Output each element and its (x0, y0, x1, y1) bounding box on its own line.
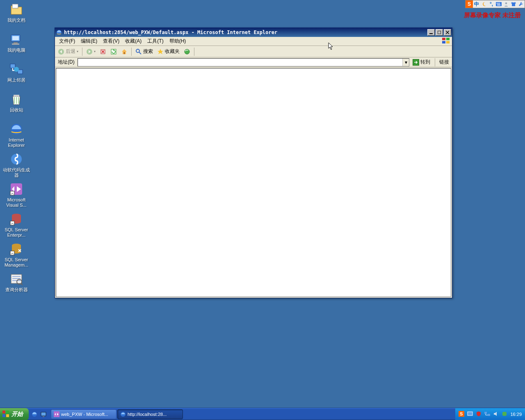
go-button[interactable]: 转到 (411, 58, 432, 66)
ime-zh-icon[interactable]: 中 (473, 0, 480, 8)
tray-sogou-icon[interactable]: S (459, 411, 465, 418)
shirt-icon[interactable] (510, 0, 517, 8)
home-button[interactable] (119, 47, 129, 56)
star-icon (157, 48, 164, 55)
close-button[interactable] (444, 29, 451, 36)
svg-text:S: S (460, 411, 463, 416)
menubar: 文件(F) 编辑(E) 查看(V) 收藏(A) 工具(T) 帮助(H) (55, 37, 452, 46)
task-ie[interactable]: http://localhost:28... (117, 409, 183, 419)
address-bar: 地址(D) ▾ 转到 链接 (55, 57, 452, 67)
favorites-label: 收藏夹 (165, 48, 180, 55)
desktop-icon-codegen[interactable]: 动软代码生成器 (1, 152, 32, 178)
chevron-down-icon: ▾ (77, 50, 78, 53)
forward-icon (86, 48, 93, 55)
ime-toolbar[interactable]: S 中 °, (465, 0, 525, 8)
desktop-icon-ie[interactable]: Internet Explorer (1, 122, 32, 148)
svg-rect-28 (442, 38, 445, 40)
desktop-icon-label: 网上邻居 (7, 78, 25, 83)
task-vs[interactable]: web_PXW - Microsoft... (51, 409, 116, 419)
desktop-icon-label: Microsoft Visual S... (2, 197, 31, 208)
menu-favorites[interactable]: 收藏(A) (122, 37, 144, 46)
desktop-icon-queryanalyzer[interactable]: 查询分析器 (1, 272, 32, 292)
desktop-icon-label: 回收站 (10, 107, 23, 113)
back-button[interactable]: 后退 ▾ (56, 47, 80, 56)
menu-view[interactable]: 查看(V) (100, 37, 122, 46)
desktop-icon-vs[interactable]: Microsoft Visual S... (1, 182, 32, 208)
desktop-icon-mycomputer[interactable]: 我的电脑 (1, 32, 32, 53)
ql-desktop[interactable] (39, 410, 48, 418)
person-icon[interactable] (502, 0, 510, 8)
desktop-icon-sqlent[interactable]: SQL Server Enterpr... (1, 212, 32, 238)
svg-point-13 (14, 67, 19, 72)
moon-icon[interactable] (480, 0, 488, 8)
punct-icon[interactable]: °, (488, 0, 495, 8)
toolbar: 后退 ▾ ▾ 搜索 收藏夹 (55, 46, 452, 57)
svg-rect-26 (429, 33, 433, 34)
svg-rect-27 (438, 31, 441, 34)
svg-rect-11 (10, 64, 15, 68)
window-title: http://localhost:2854/web_PXW/Default.as… (64, 30, 427, 35)
home-icon (121, 48, 128, 55)
desktop-icon-label: SQL Server Enterpr... (2, 227, 31, 238)
address-dropdown[interactable]: ▾ (402, 59, 409, 66)
desktop-icon-sqlmgmt[interactable]: SQL Server Managem... (1, 242, 32, 268)
svg-rect-52 (484, 412, 487, 414)
minimize-button[interactable] (427, 29, 435, 36)
ql-ie[interactable] (30, 410, 39, 418)
tray-shield-icon[interactable] (476, 411, 482, 418)
desktop-icon-network[interactable]: 网上邻居 (1, 62, 32, 83)
tray-monitor-icon[interactable] (467, 411, 474, 418)
ie-small-icon (120, 411, 126, 417)
svg-rect-45 (41, 412, 46, 416)
start-button[interactable]: 开始 (0, 408, 29, 420)
clock[interactable]: 16:29 (510, 412, 522, 417)
taskbar: 开始 web_PXW - Microsoft... http://localho… (0, 408, 525, 420)
refresh-button[interactable] (109, 47, 119, 56)
ime-s-icon[interactable]: S (466, 0, 473, 8)
desktop-icon-label: 动软代码生成器 (2, 167, 31, 178)
stop-icon (100, 48, 106, 55)
separator (435, 58, 435, 66)
wrench-icon[interactable] (517, 0, 525, 8)
svg-rect-0 (496, 2, 502, 6)
menu-help[interactable]: 帮助(H) (167, 37, 189, 46)
svg-rect-10 (12, 43, 19, 45)
menu-edit[interactable]: 编辑(E) (78, 37, 100, 46)
keyboard-icon[interactable] (495, 0, 502, 8)
svg-point-37 (136, 49, 139, 52)
mycomputer-icon (9, 32, 23, 46)
task-label: web_PXW - Microsoft... (61, 412, 108, 417)
address-input[interactable]: ▾ (78, 58, 409, 66)
svg-rect-23 (11, 274, 22, 283)
search-button[interactable]: 搜索 (134, 47, 155, 56)
links-label[interactable]: 链接 (438, 59, 451, 66)
desktop-icon-mydocs[interactable]: 我的文档 (1, 2, 32, 23)
menu-file[interactable]: 文件(F) (56, 37, 78, 46)
favorites-button[interactable]: 收藏夹 (155, 47, 181, 56)
svg-rect-14 (14, 95, 19, 96)
svg-rect-53 (488, 414, 490, 416)
stop-button[interactable] (98, 47, 108, 56)
sqlent-icon (9, 212, 23, 226)
vs-icon (54, 411, 59, 417)
tray-volume-icon[interactable] (493, 411, 500, 418)
svg-rect-1 (497, 3, 498, 4)
svg-rect-51 (468, 412, 472, 415)
desktop-icon-recycle[interactable]: 回收站 (1, 92, 32, 113)
svg-rect-40 (2, 411, 5, 413)
history-button[interactable] (182, 47, 192, 56)
svg-rect-43 (6, 414, 9, 417)
system-tray[interactable]: S 16:29 (455, 408, 525, 420)
tray-sql-icon[interactable] (502, 411, 508, 418)
desktop-icon-label: 我的文档 (7, 18, 25, 23)
forward-button[interactable]: ▾ (84, 47, 97, 56)
titlebar[interactable]: http://localhost:2854/web_PXW/Default.as… (55, 28, 452, 37)
go-arrow-icon (413, 59, 419, 66)
tray-network-icon[interactable] (484, 411, 491, 418)
svg-rect-42 (2, 414, 5, 417)
maximize-button[interactable] (436, 29, 443, 36)
svg-rect-41 (6, 411, 9, 413)
menu-tools[interactable]: 工具(T) (144, 37, 166, 46)
ie-window: http://localhost:2854/web_PXW/Default.as… (55, 27, 452, 298)
task-label: http://localhost:28... (128, 412, 167, 417)
